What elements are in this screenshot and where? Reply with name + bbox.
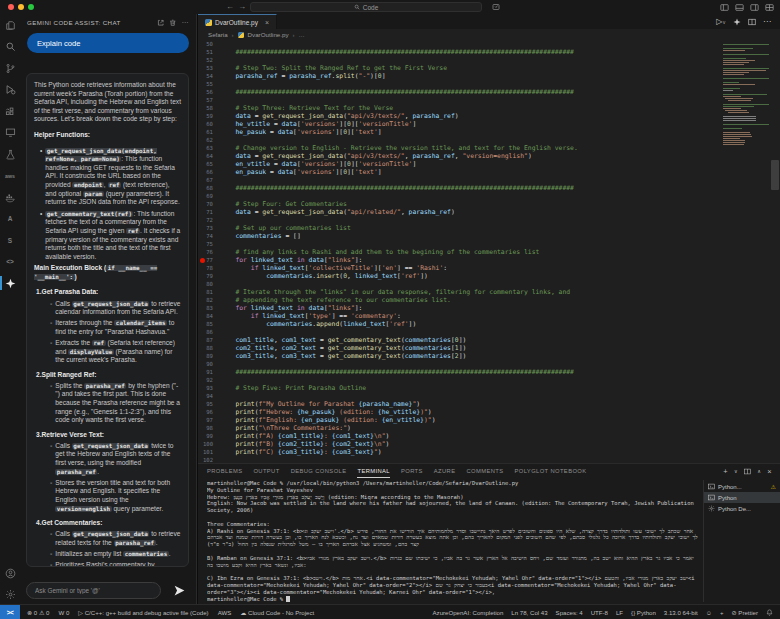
gemini-sparkle-icon[interactable]	[733, 18, 741, 26]
activity-extensions-icon[interactable]	[0, 105, 20, 117]
code-line-53[interactable]: 53 # Step Two: Split the Ranged Ref to g…	[198, 64, 780, 72]
code-line-59[interactable]: 59 data = get_request_json_data("api/v3/…	[198, 112, 780, 120]
code-line-67[interactable]: 67	[198, 176, 780, 184]
delete-chat-icon[interactable]	[169, 19, 177, 27]
code-line-84[interactable]: 84 if linked_text['type'] == 'commentary…	[198, 312, 780, 320]
code-line-102[interactable]: 102	[198, 456, 780, 463]
code-line-54[interactable]: 54 parasha_ref = parasha_ref.split("-")[…	[198, 72, 780, 80]
panel-tab-comments[interactable]: COMMENTS	[466, 464, 503, 478]
code-editor[interactable]: 50 51 ##################################…	[198, 40, 780, 463]
code-line-57[interactable]: 57	[198, 96, 780, 104]
code-line-50[interactable]: 50	[198, 40, 780, 48]
code-line-100[interactable]: 100 print(f"B) {com2_title}: {com2_text}…	[198, 440, 780, 448]
activity-explorer-icon[interactable]	[0, 19, 20, 31]
code-line-88[interactable]: 88 com2_title, com2_text = get_commentar…	[198, 344, 780, 352]
terminal-instance-pythonde[interactable]: Python De...	[704, 503, 780, 514]
activity-gemini-code-assist-icon[interactable]	[0, 277, 20, 289]
code-line-101[interactable]: 101 print(f"C) {com3_title}: {com3_text}…	[198, 448, 780, 456]
code-line-56[interactable]: 56 #####################################…	[198, 88, 780, 96]
chat-input[interactable]	[26, 582, 161, 599]
maximize-panel-icon[interactable]: ∧	[757, 468, 761, 474]
code-line-89[interactable]: 89 com3_title, com3_text = get_commentar…	[198, 352, 780, 360]
status-problems[interactable]: ⊗ 0 ⚠ 0	[27, 609, 49, 616]
terminal-dropdown-icon[interactable]: ∨	[734, 468, 738, 474]
tab-dvaroutline[interactable]: DvarOutline.py ×	[198, 14, 277, 29]
activity-source-control-icon[interactable]	[0, 62, 20, 74]
status-port-indicator[interactable]: W 0	[58, 609, 69, 616]
code-line-76[interactable]: 76 # find any links to Rashi and add the…	[198, 248, 780, 256]
activity-aws-icon[interactable]: aws	[0, 170, 20, 182]
code-line-58[interactable]: 58 # Step Three: Retrieve Text for the V…	[198, 104, 780, 112]
code-line-68[interactable]: 68 #####################################…	[198, 184, 780, 192]
remote-indicator[interactable]: ><	[0, 605, 20, 619]
command-center-extra-icon[interactable]	[492, 3, 500, 11]
code-line-70[interactable]: 70 # Step Four: Get Commentaries	[198, 200, 780, 208]
customize-layout-icon[interactable]	[765, 3, 774, 12]
editor-scrollbar-thumb[interactable]	[771, 160, 779, 190]
code-line-71[interactable]: 71 data = get_request_json_data("api/rel…	[198, 208, 780, 216]
breadcrumb-segment[interactable]: Sefaria	[208, 31, 228, 38]
code-line-92[interactable]: 92	[198, 376, 780, 384]
code-line-93[interactable]: 93 # Step Five: Print Parasha Outline	[198, 384, 780, 392]
status-cloud-code[interactable]: ☁ Cloud Code - No Project	[240, 609, 314, 616]
activity-accounts-icon[interactable]	[0, 567, 20, 579]
status-feedback[interactable]: ☺	[706, 609, 712, 616]
new-terminal-icon[interactable]: +	[723, 467, 728, 476]
code-line-91[interactable]: 91 #####################################…	[198, 368, 780, 376]
nav-forward-icon[interactable]: →	[238, 1, 246, 13]
code-line-51[interactable]: 51 #####################################…	[198, 48, 780, 56]
code-line-74[interactable]: 74 commentaries = []	[198, 232, 780, 240]
code-line-95[interactable]: 95 print(f"My Outline for Parashat {para…	[198, 400, 780, 408]
activity-code-tools-icon[interactable]: <>	[0, 256, 20, 268]
open-in-editor-icon[interactable]	[157, 19, 165, 27]
status-azure-openai[interactable]: AzureOpenAI: Completion	[433, 609, 504, 616]
code-line-83[interactable]: 83 for linked_text in data["links"]:	[198, 304, 780, 312]
code-line-79[interactable]: 79 commentaries.insert(0, linked_text['r…	[198, 272, 780, 280]
status-python-version[interactable]: 3.13.0 64-bit	[664, 609, 698, 616]
code-line-90[interactable]: 90	[198, 360, 780, 368]
breakpoint-dot[interactable]	[200, 258, 205, 263]
breadcrumb-segment[interactable]: …	[299, 31, 305, 38]
close-panel-icon[interactable]: ×	[767, 467, 772, 476]
panel-tab-azure[interactable]: AZURE	[434, 464, 456, 478]
terminal-instance-python[interactable]: Python	[704, 492, 780, 503]
split-editor-icon[interactable]	[748, 18, 756, 26]
code-line-72[interactable]: 72	[198, 216, 780, 224]
code-line-69[interactable]: 69	[198, 192, 780, 200]
status-cpp-build-task[interactable]: ▷ C/C++: g++ build and debug active file…	[78, 609, 208, 616]
terminal-instance-python[interactable]: Python...⚠	[704, 481, 780, 492]
status-indentation[interactable]: Spaces: 4	[556, 609, 583, 616]
activity-sql-tools-icon[interactable]: S	[0, 234, 20, 246]
activity-run-debug-icon[interactable]	[0, 84, 20, 96]
panel-tab-terminal[interactable]: TERMINAL	[357, 464, 390, 478]
activity-search-icon[interactable]	[0, 41, 20, 53]
code-line-63[interactable]: 63 # Change version to English - Retriev…	[198, 144, 780, 152]
activity-docker-icon[interactable]	[0, 191, 20, 203]
breadcrumb[interactable]: Sefaria›DvarOutline.py›…	[198, 29, 780, 40]
panel-tab-polyglot-notebook[interactable]: POLYGLOT NOTEBOOK	[515, 464, 587, 478]
code-line-77[interactable]: 77 for linked_text in data["links"]:	[198, 256, 780, 264]
explain-code-chip[interactable]: Explain code	[27, 33, 189, 53]
code-line-82[interactable]: 82 # appending the text reference to our…	[198, 296, 780, 304]
close-window-button[interactable]	[8, 4, 14, 10]
minimize-window-button[interactable]	[18, 4, 24, 10]
code-line-78[interactable]: 78 if linked_text['collectiveTitle']['en…	[198, 264, 780, 272]
code-line-73[interactable]: 73 # Set up our commentaries list	[198, 224, 780, 232]
code-line-96[interactable]: 96 print(f"Hebrew: {he_pasuk} (edition: …	[198, 408, 780, 416]
status-add[interactable]: +	[720, 609, 724, 616]
nav-back-icon[interactable]: ←	[226, 1, 234, 13]
more-actions-icon[interactable]: ⋯	[182, 19, 189, 27]
code-line-85[interactable]: 85 commentaries.append(linked_text['ref'…	[198, 320, 780, 328]
code-line-55[interactable]: 55	[198, 80, 780, 88]
editor-more-actions-icon[interactable]: ⋯	[763, 17, 771, 26]
code-line-80[interactable]: 80	[198, 280, 780, 288]
code-line-98[interactable]: 98 print("\nThree Commentaries:")	[198, 424, 780, 432]
code-line-66[interactable]: 66 en_pasuk = data['versions'][0]['text'…	[198, 168, 780, 176]
code-line-86[interactable]: 86	[198, 328, 780, 336]
split-terminal-icon[interactable]	[744, 468, 751, 475]
status-language-mode[interactable]: {} Python	[631, 609, 656, 616]
activity-remote-explorer-icon[interactable]	[0, 127, 20, 139]
status-aws[interactable]: AWS	[218, 609, 232, 616]
code-line-65[interactable]: 65 en_vtitle = data['versions'][0]['vers…	[198, 160, 780, 168]
terminal-output[interactable]: martinheller@Mac Code % /usr/local/bin/p…	[207, 480, 701, 602]
